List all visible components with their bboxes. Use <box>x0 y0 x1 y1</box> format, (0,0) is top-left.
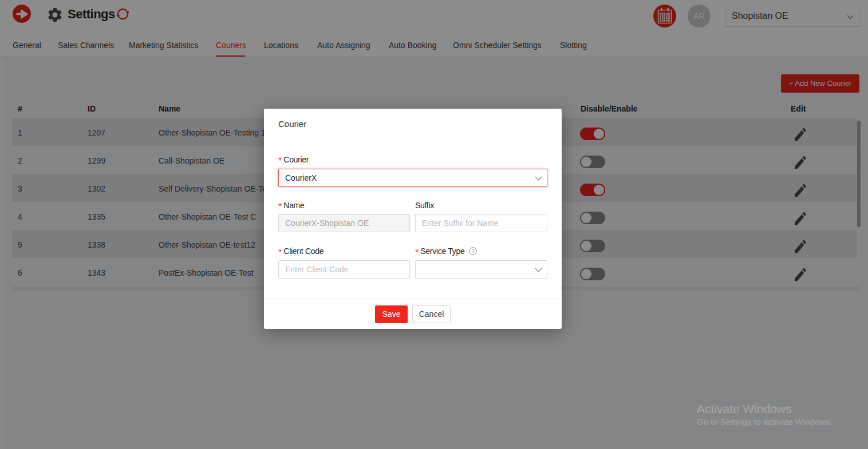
svg-text:?: ? <box>472 248 475 254</box>
